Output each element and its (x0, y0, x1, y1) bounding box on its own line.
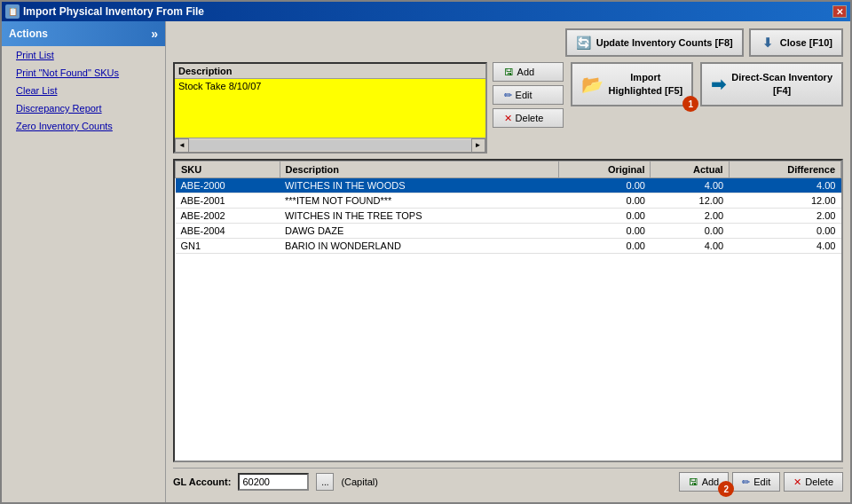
table-row[interactable]: ABE-2001 ***ITEM NOT FOUND*** 0.00 12.00… (176, 193, 841, 209)
cell-original: 0.00 (559, 224, 651, 239)
window-close-button[interactable]: ✕ (832, 5, 847, 18)
import-highlighted-wrapper: 📂 Import Highlighted [F5] 1 (571, 62, 694, 106)
cell-actual: 4.00 (651, 239, 729, 254)
sidebar-item-clear-list[interactable]: Clear List (2, 82, 165, 99)
main-content: Actions » Print List Print "Not Found" S… (2, 21, 850, 502)
list-column-header: Description (175, 64, 485, 79)
actions-header: Actions » (2, 21, 165, 46)
window-title: Import Physical Inventory From File (23, 5, 204, 18)
direct-scan-button[interactable]: ➡ Direct-Scan Inventory [F4] (700, 62, 843, 106)
sidebar-item-discrepancy-report[interactable]: Discrepancy Report (2, 99, 165, 117)
list-delete-button[interactable]: ✕ Delete (493, 108, 564, 128)
sidebar-item-zero-inventory[interactable]: Zero Inventory Counts (2, 117, 165, 135)
cell-sku: ABE-2002 (176, 209, 280, 224)
cell-description: WITCHES IN THE WOODS (280, 178, 559, 193)
update-inventory-button[interactable]: 🔄 Update Inventory Counts [F8] (565, 28, 744, 57)
list-horizontal-scrollbar[interactable]: ◄ ► (175, 138, 485, 152)
table-row[interactable]: ABE-2004 DAWG DAZE 0.00 0.00 0.00 (176, 224, 841, 239)
cell-actual: 4.00 (651, 178, 729, 193)
bottom-bar: GL Account: ... (Capital) 🖫 Add 2 ✏ Edit (173, 468, 843, 495)
scroll-left-button[interactable]: ◄ (175, 138, 189, 153)
title-bar-left: 📋 Import Physical Inventory From File (5, 4, 204, 19)
close-button[interactable]: ⬇ Close [F10] (749, 28, 843, 57)
cell-actual: 12.00 (651, 193, 729, 209)
import-btn-area: 📂 Import Highlighted [F5] 1 ➡ Direct-Sca… (571, 62, 843, 154)
cell-description: DAWG DAZE (280, 224, 559, 239)
right-content: 🔄 Update Inventory Counts [F8] ⬇ Close [… (166, 21, 850, 502)
sidebar-item-print-list[interactable]: Print List (2, 46, 165, 64)
edit-icon: ✏ (742, 476, 750, 488)
list-item[interactable]: Stock Take 8/10/07 (175, 79, 485, 93)
badge-2: 2 (718, 481, 734, 497)
cell-difference: 12.00 (729, 193, 840, 209)
cell-description: BARIO IN WONDERLAND (280, 239, 559, 254)
cell-sku: ABE-2000 (176, 178, 280, 193)
title-bar: 📋 Import Physical Inventory From File ✕ (2, 2, 850, 21)
cell-actual: 2.00 (651, 209, 729, 224)
list-edit-button[interactable]: ✏ Edit (493, 85, 564, 105)
bottom-edit-button[interactable]: ✏ Edit (732, 472, 780, 492)
col-description: Description (280, 161, 559, 178)
table-row[interactable]: ABE-2000 WITCHES IN THE WOODS 0.00 4.00 … (176, 178, 841, 193)
gl-account-label: GL Account: (173, 476, 231, 487)
sidebar: Actions » Print List Print "Not Found" S… (2, 21, 166, 502)
window-icon: 📋 (5, 4, 20, 19)
inventory-table-container: SKU Description Original Actual Differen… (173, 159, 843, 462)
cell-original: 0.00 (559, 193, 651, 209)
top-toolbar: 🔄 Update Inventory Counts [F8] ⬇ Close [… (173, 28, 843, 57)
cell-description: WITCHES IN THE TREE TOPS (280, 209, 559, 224)
cell-original: 0.00 (559, 239, 651, 254)
cell-original: 0.00 (559, 178, 651, 193)
list-add-button[interactable]: 🖫 Add (493, 62, 564, 82)
main-window: 📋 Import Physical Inventory From File ✕ … (0, 0, 852, 504)
bottom-add-wrapper: 🖫 Add 2 (679, 472, 730, 492)
cell-actual: 0.00 (651, 224, 729, 239)
cell-sku: GN1 (176, 239, 280, 254)
actions-chevron-icon: » (151, 27, 158, 41)
delete-icon: ✕ (793, 476, 801, 488)
col-difference: Difference (729, 161, 840, 178)
scroll-right-button[interactable]: ► (471, 138, 485, 153)
cell-difference: 0.00 (729, 224, 840, 239)
bottom-buttons: 🖫 Add 2 ✏ Edit ✕ Delete (679, 472, 843, 492)
add-icon: 🖫 (689, 476, 698, 487)
col-sku: SKU (176, 161, 280, 178)
sidebar-item-print-not-found[interactable]: Print "Not Found" SKUs (2, 64, 165, 82)
cell-difference: 2.00 (729, 209, 840, 224)
close-icon: ⬇ (760, 35, 776, 51)
table-row[interactable]: GN1 BARIO IN WONDERLAND 0.00 4.00 4.00 (176, 239, 841, 254)
gl-description: (Capital) (341, 476, 378, 487)
bottom-delete-button[interactable]: ✕ Delete (784, 472, 843, 492)
col-actual: Actual (651, 161, 729, 178)
scan-icon: ➡ (711, 74, 726, 95)
actions-title: Actions (9, 28, 48, 40)
cell-original: 0.00 (559, 209, 651, 224)
gl-browse-button[interactable]: ... (316, 473, 334, 491)
delete-icon: ✕ (504, 113, 512, 124)
gl-account-input[interactable] (238, 473, 309, 491)
add-icon: 🖫 (504, 67, 514, 77)
table-row[interactable]: ABE-2002 WITCHES IN THE TREE TOPS 0.00 2… (176, 209, 841, 224)
scroll-track (189, 140, 471, 151)
middle-section: Description Stock Take 8/10/07 ◄ ► (173, 62, 843, 154)
cell-difference: 4.00 (729, 178, 840, 193)
col-original: Original (559, 161, 651, 178)
update-icon: 🔄 (576, 35, 592, 51)
cell-sku: ABE-2001 (176, 193, 280, 209)
cell-description: ***ITEM NOT FOUND*** (280, 193, 559, 209)
inventory-table: SKU Description Original Actual Differen… (175, 161, 841, 254)
cell-sku: ABE-2004 (176, 224, 280, 239)
cell-difference: 4.00 (729, 239, 840, 254)
edit-icon: ✏ (504, 90, 512, 101)
import-highlighted-button[interactable]: 📂 Import Highlighted [F5] (571, 62, 694, 106)
import-icon: 📂 (581, 74, 604, 95)
list-controls: 🖫 Add ✏ Edit ✕ Delete (493, 62, 564, 154)
badge-1: 1 (682, 96, 698, 112)
